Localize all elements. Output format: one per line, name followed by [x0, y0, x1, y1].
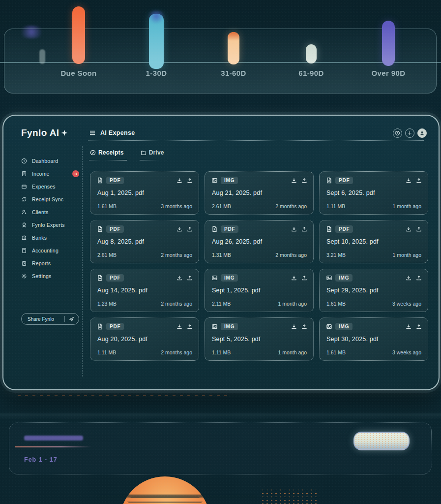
file-type-label: PDF — [106, 225, 124, 233]
chart-bar — [149, 14, 164, 69]
calculator-icon — [21, 248, 27, 253]
chart-bar-group: Over 90D — [359, 0, 418, 113]
tab-receipts[interactable]: Receipts — [90, 149, 124, 160]
file-size: 2.61 MB — [212, 203, 231, 209]
upload-icon[interactable] — [301, 275, 307, 281]
history-button[interactable] — [393, 128, 402, 138]
card-actions — [176, 178, 193, 184]
sidebar-item-label: Expenses — [32, 184, 56, 189]
download-icon[interactable] — [291, 324, 297, 330]
sidebar-item-expenses[interactable]: Expenses — [21, 182, 79, 191]
file-age: 3 weeks ago — [392, 301, 421, 307]
img-file-icon — [211, 177, 218, 184]
page: Due Soon1-30D31-60D61-90DOver 90D Fynlo … — [0, 0, 441, 504]
sidebar-item-clients[interactable]: Clients — [21, 207, 79, 217]
file-type-label: PDF — [106, 274, 124, 282]
download-icon[interactable] — [176, 226, 182, 232]
download-icon[interactable] — [291, 226, 297, 232]
file-name: Aug 20, 2025. pdf — [97, 336, 147, 343]
file-type-badge: PDF — [97, 177, 124, 184]
send-icon — [69, 316, 74, 322]
file-card[interactable]: IMG Sept 1, 2025. pdf 2.11 MB 1 month ag… — [205, 269, 314, 312]
card-top-row: PDF — [326, 177, 422, 184]
sidebar-item-income[interactable]: Income 3 — [21, 169, 79, 179]
file-size: 1.61 MB — [97, 203, 117, 209]
award-icon — [21, 222, 27, 228]
file-type-label: PDF — [106, 323, 124, 330]
chart-bar-group: 31-60D — [204, 0, 263, 113]
upload-icon[interactable] — [416, 275, 422, 281]
img-file-icon — [211, 275, 218, 281]
upload-icon[interactable] — [187, 324, 193, 330]
file-size: 1.23 MB — [97, 301, 117, 307]
chart-bars: Due Soon1-30D31-60D61-90DOver 90D — [0, 0, 441, 113]
file-age: 2 months ago — [161, 301, 192, 307]
add-button[interactable] — [405, 128, 414, 138]
file-card[interactable]: PDF Aug 26, 2025. pdf 1.31 MB 2 months a… — [205, 220, 314, 263]
sidebar-item-settings[interactable]: Settings — [21, 271, 79, 281]
file-age: 1 month ago — [393, 252, 421, 258]
sidebar-item-banks[interactable]: Banks — [21, 233, 79, 243]
sidebar-item-label: Fynlo Experts — [32, 222, 65, 228]
file-card[interactable]: IMG Sept 30, 2025. pdf 1.61 MB 3 weeks a… — [319, 317, 428, 361]
hamburger-icon[interactable] — [89, 130, 96, 136]
upload-icon[interactable] — [416, 324, 422, 330]
avatar[interactable] — [417, 128, 427, 138]
file-card[interactable]: PDF Sept 6, 2025. pdf 1.11 MB 1 month ag… — [319, 171, 428, 215]
download-icon[interactable] — [176, 178, 182, 184]
card-top-row: IMG — [211, 323, 307, 330]
download-icon[interactable] — [406, 178, 412, 184]
download-icon[interactable] — [406, 275, 412, 281]
file-card[interactable]: PDF Aug 8, 2025. pdf 2.61 MB 2 months ag… — [90, 220, 199, 263]
download-icon[interactable] — [406, 324, 412, 330]
upload-icon[interactable] — [301, 324, 307, 330]
upload-icon[interactable] — [416, 226, 422, 232]
sidebar-item-reports[interactable]: Reports — [21, 258, 79, 268]
sidebar-item-label: Reports — [32, 260, 51, 266]
file-card[interactable]: IMG Aug 21, 2025. pdf 2.61 MB 2 months a… — [205, 171, 314, 215]
sidebar-item-dashboard[interactable]: Dashboard — [21, 156, 79, 166]
upload-icon[interactable] — [301, 226, 307, 232]
upload-icon[interactable] — [301, 178, 307, 184]
file-type-label: IMG — [221, 177, 238, 184]
upload-icon[interactable] — [416, 178, 422, 184]
file-type-badge: PDF — [97, 225, 124, 233]
file-card[interactable]: IMG Sept 5, 2025. pdf 1.11 MB 1 month ag… — [205, 317, 314, 361]
card-meta-row: 2.11 MB 1 month ago — [212, 301, 307, 307]
file-age: 2 months ago — [275, 203, 307, 209]
file-card[interactable]: PDF Aug 20, 2025. pdf 1.11 MB 2 months a… — [90, 317, 199, 361]
file-card[interactable]: PDF Sept 10, 2025. pdf 3.21 MB 1 month a… — [319, 220, 428, 263]
upload-icon[interactable] — [187, 275, 193, 281]
file-name: Aug 1, 2025. pdf — [97, 189, 144, 196]
download-icon[interactable] — [176, 275, 182, 281]
file-card[interactable]: PDF Aug 14, 2025. pdf 1.23 MB 2 months a… — [90, 269, 199, 312]
pdf-file-icon — [326, 177, 332, 184]
file-type-badge: PDF — [97, 274, 124, 282]
share-fynlo-button[interactable]: Share Fynlo — [21, 313, 79, 325]
card-actions — [176, 275, 193, 281]
card-meta-row: 1.61 MB 3 weeks ago — [326, 349, 421, 355]
brand-logo: Fynlo AI — [21, 127, 67, 138]
sidebar-item-fynlo-experts[interactable]: Fynlo Experts — [21, 220, 79, 230]
file-card[interactable]: IMG Sept 29, 2025. pdf 1.61 MB 3 weeks a… — [319, 269, 428, 312]
brand-text: Fynlo AI — [21, 127, 59, 138]
tab-drive[interactable]: Drive — [141, 149, 164, 160]
card-actions — [291, 275, 307, 281]
file-card[interactable]: PDF Aug 1, 2025. pdf 1.61 MB 3 months ag… — [90, 171, 199, 215]
pdf-file-icon — [211, 226, 218, 232]
sidebar-item-receipt-sync[interactable]: Receipt Sync — [21, 194, 79, 204]
download-icon[interactable] — [291, 275, 297, 281]
file-type-label: PDF — [106, 177, 124, 184]
download-icon[interactable] — [406, 226, 412, 232]
card-top-row: PDF — [97, 225, 193, 233]
footer-action-button[interactable] — [353, 432, 410, 450]
upload-icon[interactable] — [187, 226, 193, 232]
panel-divider — [15, 446, 91, 447]
sidebar-item-label: Dashboard — [32, 158, 58, 164]
download-icon[interactable] — [176, 324, 182, 330]
upload-icon[interactable] — [187, 178, 193, 184]
download-icon[interactable] — [291, 178, 297, 184]
sidebar-item-accounting[interactable]: Accounting — [21, 246, 79, 255]
file-type-badge: PDF — [326, 225, 353, 233]
chart-bar-group: 61-90D — [282, 0, 341, 113]
